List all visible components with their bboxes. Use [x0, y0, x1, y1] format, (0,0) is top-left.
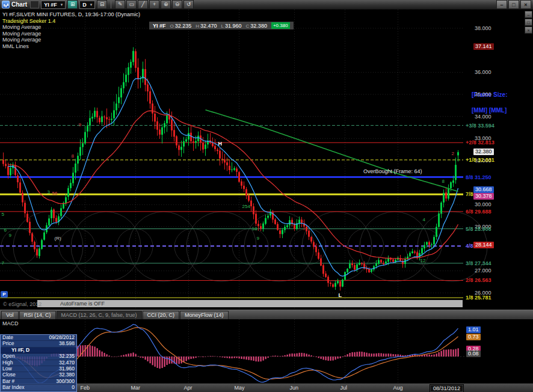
chart-panel[interactable]: YI #F,SILVER MINI FUTURES, D, 19:36-17:0…: [0, 10, 533, 310]
time-axis-month-label: Feb: [81, 385, 90, 391]
time-axis-month-label: Jun: [290, 385, 299, 391]
price-axis-label: 36.000: [475, 69, 491, 75]
price-axis-label: 27.000: [475, 268, 491, 274]
indicator-tab[interactable]: MACD (12, 26, C, 9, false, true): [57, 311, 142, 319]
macd-panel[interactable]: MACD 1.010.730.280.08: [0, 319, 533, 383]
price-badge: 37.141: [473, 43, 494, 50]
chevron-down-icon: ▾: [61, 2, 63, 7]
price-axis-label: 30.000: [475, 201, 491, 207]
data-window-tooltip[interactable]: Date09/28/2012Price38.598YI #F, DOpen32.…: [0, 334, 77, 392]
interval-combo[interactable]: D ▾: [79, 1, 95, 9]
pane-close-icon[interactable]: ×: [525, 26, 532, 34]
mml-level-label: 5/8 28.906: [466, 226, 491, 232]
time-axis-month-label: Aug: [393, 385, 403, 391]
price-badge: 30.378: [473, 193, 494, 200]
window-titlebar: Chart YI #F ▾ ⊞ D ▾ ⊟ ✎▭╱+⊕⊖↺ –□×: [0, 0, 533, 10]
indicator-tab[interactable]: MoneyFlow (14): [180, 311, 229, 319]
eraser-icon[interactable]: ▭: [126, 0, 137, 9]
zoom-out-icon[interactable]: ⊖: [172, 0, 182, 9]
macd-value-badge: 1.01: [466, 326, 481, 333]
pane-controls: –□×: [525, 11, 532, 34]
window-controls: –□×: [496, 0, 531, 9]
mml-level-label: 2/8 26.563: [466, 277, 491, 283]
drawing-toolbar: ✎▭╱+⊕⊖↺: [115, 0, 194, 9]
time-axis-month-label: Jul: [340, 385, 348, 391]
macd-value-badge: 0.08: [466, 351, 481, 357]
price-badge: 32.380: [473, 149, 494, 155]
indicator-tab[interactable]: CCI (20, C): [143, 311, 180, 319]
time-axis-month-label: Apr: [184, 385, 193, 391]
price-axis-label: 38.000: [475, 25, 491, 31]
crosshair-icon[interactable]: +: [149, 0, 159, 9]
price-axis-label: 35.000: [475, 91, 491, 97]
last-date-badge: 08/31/2012: [430, 384, 464, 392]
mml-level-label: 8/8 31.250: [466, 174, 491, 180]
mml-level-label: +3/8 33.594: [466, 123, 494, 129]
zoom-in-icon[interactable]: ⊕: [161, 0, 171, 9]
mml-level-label: 3/8 27.344: [466, 260, 491, 266]
price-axis[interactable]: [Frame Size: [MMI] [MML] 38.00036.00035.…: [464, 10, 533, 310]
pane-restore-icon[interactable]: □: [525, 19, 532, 26]
data-window-row: Bar Index0: [1, 385, 76, 391]
trendline-icon[interactable]: ╱: [138, 0, 148, 9]
time-axis-month-label: Mar: [131, 385, 141, 391]
mml-level-label: +1/8 32.031: [466, 157, 494, 163]
price-chart[interactable]: [0, 10, 533, 310]
price-axis-label: 34.000: [475, 114, 491, 120]
esignal-chart-window: Chart YI #F ▾ ⊞ D ▾ ⊟ ✎▭╱+⊕⊖↺ –□× YI #F,…: [0, 0, 533, 392]
price-badge: 30.668: [473, 186, 494, 193]
interval-combo-value: D: [82, 2, 87, 8]
macd-panel-title: MACD: [2, 320, 19, 326]
indicator-tab[interactable]: RSI (14, C): [19, 311, 56, 319]
interval-settings-button[interactable]: ⊟: [97, 0, 107, 9]
data-window-row: Open32.235: [1, 354, 76, 360]
refresh-icon[interactable]: ↺: [183, 0, 194, 9]
maximize-icon[interactable]: □: [508, 0, 519, 9]
macd-axis: 1.010.730.280.08: [464, 319, 533, 383]
chart-app-icon: [2, 1, 10, 8]
price-badge: 28.144: [473, 242, 494, 248]
mml-level-label: 6/8 29.688: [466, 209, 491, 215]
symbol-apply-button[interactable]: ⊞: [67, 0, 78, 9]
macd-chart[interactable]: [0, 319, 533, 383]
time-axis[interactable]: 08/31/2012 FebMarAprMayJunJulAug: [0, 383, 533, 392]
symbol-combo-value: YI #F: [44, 2, 57, 8]
time-axis-month-label: May: [235, 385, 245, 391]
pencil-icon[interactable]: ✎: [115, 0, 125, 9]
window-menu-button[interactable]: [30, 1, 39, 8]
chevron-down-icon: ▾: [90, 2, 93, 7]
macd-value-badge: 0.73: [466, 334, 481, 340]
symbol-combo[interactable]: YI #F ▾: [41, 1, 66, 9]
mml-level-label: +2/8 32.813: [466, 139, 494, 145]
indicator-tab[interactable]: Vol: [1, 311, 19, 319]
mmi-mml-note: [MMI] [MML]: [472, 107, 507, 114]
mml-level-label: 1/8 25.781: [466, 295, 491, 301]
toolbar-separator: [111, 1, 111, 8]
minimize-icon[interactable]: –: [496, 0, 507, 9]
indicator-tabbar: VolRSI (14, C)MACD (12, 26, C, 9, false,…: [0, 310, 533, 319]
window-title: Chart: [11, 1, 27, 8]
close-icon[interactable]: ×: [520, 0, 531, 9]
pane-minimize-icon[interactable]: –: [525, 11, 532, 18]
data-window-panel: Date09/28/2012Price38.598YI #F, DOpen32.…: [0, 334, 77, 392]
